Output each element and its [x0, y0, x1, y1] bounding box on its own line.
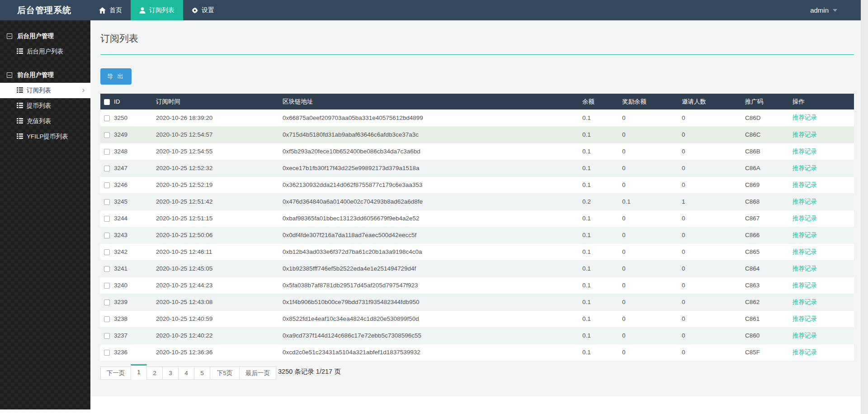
cell: 0.1 [582, 210, 622, 227]
row-checkbox[interactable] [104, 132, 110, 138]
row-checkbox[interactable] [104, 166, 110, 171]
app-title: 后台管理系统 [0, 5, 90, 16]
cell: 0x476d364840a6a01400e02c704293b8ad62a6d8… [283, 193, 582, 210]
cell: 0.1 [582, 227, 622, 243]
cell: 0 [682, 176, 745, 193]
page-button-1[interactable]: 1 [131, 364, 147, 380]
cell: 2020-10-25 12:52:19 [156, 176, 283, 193]
cell: 0xece17b1fb30f17f43d225e99892173d379a151… [283, 160, 582, 176]
cell: 3244 [114, 210, 156, 227]
row-checkbox[interactable] [104, 149, 110, 155]
cell: 0 [682, 160, 745, 176]
referral-record-link[interactable]: 推荐记录 [793, 148, 817, 155]
cell: 0.2 [582, 193, 622, 210]
row-checkbox[interactable] [104, 266, 110, 272]
column-header: 余额 [582, 94, 622, 109]
page-button-5[interactable]: 5 [194, 366, 210, 380]
referral-record-link[interactable]: 推荐记录 [793, 232, 817, 238]
page-button-3[interactable]: 3 [162, 366, 179, 380]
pagination: 下一页12345下5页最后一页 [100, 366, 276, 380]
cell: 2020-10-25 12:50:06 [156, 227, 283, 243]
row-checkbox[interactable] [104, 249, 110, 255]
referral-record-link[interactable]: 推荐记录 [793, 299, 817, 305]
cell: 0x362130932dda214d062f8755877c179c6e3aa3… [283, 176, 582, 193]
table-row: 32452020-10-25 12:51:420x476d364840a6a01… [100, 193, 854, 210]
cell: C869 [745, 176, 793, 193]
user-menu[interactable]: admin [810, 6, 837, 14]
sidebar-section-title: 后台用户管理 [17, 32, 54, 40]
list-icon [17, 48, 23, 55]
table-row: 32392020-10-25 12:43:080x1f4b906b510b00c… [100, 294, 854, 310]
cell: 0 [622, 227, 682, 243]
referral-record-link[interactable]: 推荐记录 [793, 215, 817, 222]
column-header: 操作 [793, 94, 854, 109]
cell: 0 [682, 143, 745, 160]
list-icon [17, 118, 23, 125]
nav-item-2[interactable]: 设置 [183, 0, 223, 20]
sidebar-section-1[interactable]: 前台用户管理 [0, 67, 90, 83]
referral-record-link[interactable]: 推荐记录 [793, 165, 817, 171]
cell: 0.1 [582, 109, 622, 126]
cell: 3243 [114, 227, 156, 243]
cell: 0 [622, 327, 682, 344]
cell: C861 [745, 310, 793, 327]
row-checkbox[interactable] [104, 233, 110, 238]
row-checkbox[interactable] [104, 350, 110, 356]
cell: 0 [682, 260, 745, 277]
cell: 0.1 [582, 277, 622, 294]
pagination-bar: 下一页12345下5页最后一页 3250 条记录 1/217 页 [100, 366, 854, 380]
user-name: admin [810, 6, 829, 14]
cell: C85F [745, 344, 793, 361]
referral-record-link[interactable]: 推荐记录 [793, 131, 817, 138]
page-scrollbar[interactable] [861, 0, 868, 414]
select-all-checkbox[interactable] [104, 99, 110, 105]
records-summary: 3250 条记录 1/217 页 [278, 366, 341, 376]
row-checkbox[interactable] [104, 333, 110, 339]
referral-record-link[interactable]: 推荐记录 [793, 332, 817, 339]
row-checkbox[interactable] [104, 199, 110, 205]
referral-record-link[interactable]: 推荐记录 [793, 181, 817, 188]
row-checkbox[interactable] [104, 316, 110, 322]
sidebar-item-1-1[interactable]: 提币列表› [0, 98, 90, 114]
cell: 0.1 [582, 294, 622, 310]
referral-record-link[interactable]: 推荐记录 [793, 265, 817, 272]
page-button-next5[interactable]: 下5页 [210, 366, 240, 380]
cell: 0.1 [582, 243, 622, 260]
export-button[interactable]: 导 出 [100, 68, 132, 85]
table-row: 32482020-10-25 12:54:550xf5b293a20fece10… [100, 143, 854, 160]
referral-record-link[interactable]: 推荐记录 [793, 114, 817, 121]
row-checkbox[interactable] [104, 182, 110, 188]
sidebar-section-0[interactable]: 后台用户管理 [0, 29, 90, 44]
page-button-4[interactable]: 4 [178, 366, 194, 380]
row-checkbox[interactable] [104, 216, 110, 222]
referral-record-link[interactable]: 推荐记录 [793, 315, 817, 322]
page-button-last[interactable]: 最后一页 [239, 366, 276, 380]
cell: 2020-10-25 12:51:42 [156, 193, 283, 210]
sidebar-item-1-2[interactable]: 充值列表› [0, 114, 90, 129]
row-checkbox[interactable] [104, 300, 110, 305]
nav-item-0[interactable]: 首页 [90, 0, 131, 20]
page-button-2[interactable]: 2 [146, 366, 163, 380]
referral-record-link[interactable]: 推荐记录 [793, 282, 817, 289]
nav-item-1[interactable]: 订阅列表 [131, 0, 183, 20]
cell: C868 [745, 193, 793, 210]
sidebar-item-1-0[interactable]: 订阅列表› [0, 83, 90, 98]
row-checkbox[interactable] [104, 115, 110, 121]
cell: 0x8522fd1e4eaf10c34ea4824c1d820e530899f5… [283, 310, 582, 327]
cell: 0xa9cd737f144d124c686c17e72ebb5c7308596c… [283, 327, 582, 344]
referral-record-link[interactable]: 推荐记录 [793, 248, 817, 255]
cell: 3240 [114, 277, 156, 294]
table-row: 32362020-10-25 12:36:360xcd2c0e51c23431a… [100, 344, 854, 361]
table-row: 32382020-10-25 12:40:590x8522fd1e4eaf10c… [100, 310, 854, 327]
referral-record-link[interactable]: 推荐记录 [793, 198, 817, 205]
cell: C865 [745, 243, 793, 260]
sidebar-item-1-3[interactable]: YFILP提币列表› [0, 129, 90, 144]
table-row: 32372020-10-25 12:40:220xa9cd737f144d124… [100, 327, 854, 344]
page-button-prev[interactable]: 下一页 [100, 366, 131, 380]
table-row: 32502020-10-26 18:39:200x66875a0eef20970… [100, 109, 854, 126]
sidebar-item-0-0[interactable]: 后台用户列表› [0, 44, 90, 59]
row-checkbox[interactable] [104, 283, 110, 289]
referral-record-link[interactable]: 推荐记录 [793, 349, 817, 356]
nav-item-label: 订阅列表 [149, 6, 175, 14]
chevron-down-icon [833, 9, 837, 12]
